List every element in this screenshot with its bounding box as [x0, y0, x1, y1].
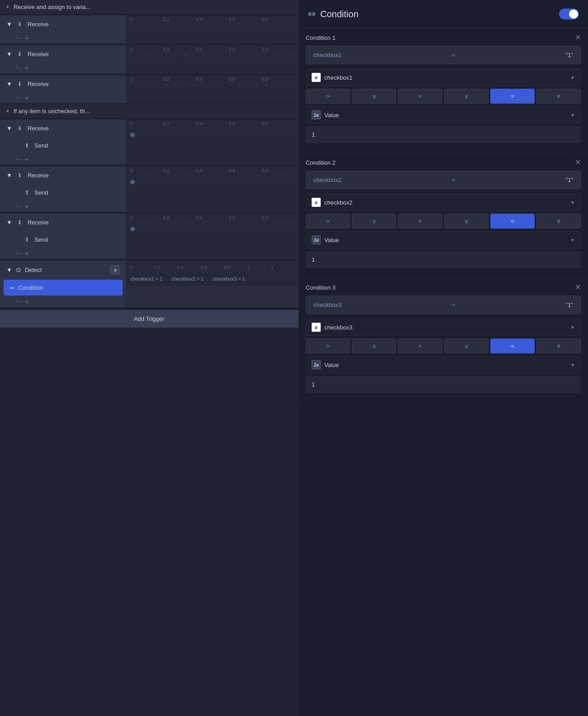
rs-chevron-3: ▼ [6, 219, 12, 226]
ruler-2: 0 0.2 0.4 0.6 0.8 [127, 45, 298, 53]
condition-3-op-gt[interactable]: > [306, 339, 350, 353]
condition-1-op-gt[interactable]: > [306, 89, 350, 104]
condition-3-operator-row: > ≥ < ≤ = ≠ [306, 339, 581, 353]
ruler-1: 0 0.2 0.4 0.6 0.8 [127, 15, 298, 24]
condition-2-value-dropdown[interactable]: 1a Value ▼ [306, 231, 581, 248]
condition-1-op-gte[interactable]: ≥ [352, 89, 396, 104]
condition-3-value-dropdown[interactable]: 1a Value ▼ [306, 356, 581, 373]
condition-3-op-lt[interactable]: < [398, 339, 442, 353]
receive-send-receive-1[interactable]: ▼ ⬇ Receive [0, 119, 126, 137]
receive-send-row-2: ▼ ⬇ Receive ⋮ ⬆ Send └─ + 0 0.2 0.4 0.6 … [0, 167, 298, 212]
detect-right: 0 0.2 0.4 0.6 0.8 1 1 checkbox1 = 1 chec… [127, 261, 298, 286]
rs-ruler-2: 0 0.2 0.4 0.6 0.8 [127, 167, 298, 175]
rs-send-label-2: Send [34, 189, 48, 196]
receive-chevron-3: ▼ [6, 81, 12, 87]
condition-2-op-gte[interactable]: ≥ [352, 214, 396, 229]
condition-1-op-lte[interactable]: ≤ [444, 89, 488, 104]
receive-right-3: 0 0.2 0.4 0.6 0.8 [127, 75, 298, 103]
condition-1-op-lt[interactable]: < [398, 89, 442, 104]
rs-timeline-3 [127, 224, 298, 234]
condition-3-var-preview: checkbox3 [313, 301, 341, 308]
rs-send-item-1[interactable]: ⋮ ⬆ Send [0, 137, 126, 154]
condition-1-op-neq[interactable]: ≠ [536, 89, 581, 104]
condition-2-value-chevron: ▼ [570, 238, 575, 243]
rs-ruler-1: 0 0.2 0.4 0.6 0.8 [127, 119, 298, 128]
receive-chevron-1: ▼ [6, 21, 12, 28]
receive-left-1: ▼ ⬇ Receive └─ + [0, 15, 127, 43]
receive-label-1: Receive [28, 21, 49, 28]
right-panel: ⇔ Condition Condition 1 ✕ checkbox1 = "1… [299, 0, 588, 716]
condition-1-close[interactable]: ✕ [575, 34, 581, 41]
condition-1-value-input[interactable]: 1 [306, 126, 581, 143]
condition-2-op-lte[interactable]: ≤ [444, 214, 488, 229]
condition-2-value-dropdown-left: 1a Value [312, 235, 339, 244]
condition-1-value-dropdown[interactable]: 1a Value ▼ [306, 106, 581, 124]
add-trigger-button[interactable]: Add Trigger [0, 310, 298, 328]
condition-1-operator-row: > ≥ < ≤ = ≠ [306, 89, 581, 104]
receive-icon-2: ⬇ [16, 50, 24, 58]
condition-2-op-eq[interactable]: = [490, 214, 535, 229]
condition-1-var-dropdown[interactable]: x checkbox1 ▼ [306, 69, 581, 86]
receive-item-2[interactable]: ▼ ⬇ Receive [0, 45, 126, 62]
rs-chevron-2: ▼ [6, 172, 12, 179]
receive-item-1[interactable]: ▼ ⬇ Receive [0, 15, 126, 33]
receive-plus-1[interactable]: + [25, 34, 28, 42]
condition-2-close[interactable]: ✕ [575, 159, 581, 166]
receive-send-receive-3[interactable]: ▼ ⬇ Receive [0, 214, 126, 231]
condition-2-op-gt[interactable]: > [306, 214, 350, 229]
rs-right-1: 0 0.2 0.4 0.6 0.8 [127, 119, 298, 165]
condition-3-op-lte[interactable]: ≤ [444, 339, 488, 353]
condition-3-var-dropdown[interactable]: x checkbox3 ▼ [306, 319, 581, 336]
receive-item-3[interactable]: ▼ ⬇ Receive [0, 75, 126, 92]
condition-3-value-chevron: ▼ [570, 363, 575, 368]
detect-header: ▼ ⊙ Detect x [0, 261, 126, 279]
detect-left: ▼ ⊙ Detect x ⇔ Condition └─ + [0, 261, 127, 307]
rs-plus-1[interactable]: + [25, 156, 28, 163]
condition-2-value-input[interactable]: 1 [306, 251, 581, 268]
condition-1-var-badge: x [312, 73, 321, 82]
condition-2-header: Condition 2 ✕ [306, 159, 581, 166]
detect-chevron: ▼ [6, 267, 12, 273]
condition-2-var-badge: x [312, 198, 321, 207]
rs-send-icon-2: ⬆ [23, 188, 31, 196]
condition-3-close[interactable]: ✕ [575, 284, 581, 291]
condition-1-var-preview: checkbox1 [313, 52, 341, 58]
condition-active-item[interactable]: ⇔ Condition [4, 280, 123, 296]
condition-active-label: Condition [18, 284, 43, 291]
rs-send-item-2[interactable]: ⋮ ⬆ Send [0, 184, 126, 201]
condition-1-var-dropdown-left: x checkbox1 [312, 73, 352, 82]
condition-3-value-input[interactable]: 1 [306, 376, 581, 393]
rs-plus-2[interactable]: + [25, 203, 28, 210]
condition-3-op-neq[interactable]: ≠ [536, 339, 581, 353]
detect-header-left: ▼ ⊙ Detect [6, 266, 42, 273]
condition-2-value-type: Value [324, 237, 339, 243]
rs-dot-2 [130, 180, 135, 184]
left-panel: ▼ Receive and assign to varia... ▼ ⬇ Rec… [0, 0, 299, 716]
ruler-ticks-2 [130, 53, 294, 56]
condition-2-op-lt[interactable]: < [398, 214, 442, 229]
detect-plus[interactable]: + [25, 298, 28, 305]
receive-icon-1: ⬇ [16, 20, 24, 28]
rs-plus-3[interactable]: + [25, 250, 28, 257]
rs-dot-3 [130, 227, 135, 231]
receive-plus-2[interactable]: + [25, 64, 28, 72]
section1-chevron: ▼ [5, 5, 10, 10]
condition-section-3: Condition 3 ✕ checkbox3 = "1" x checkbox… [299, 278, 588, 403]
receive-send-left-2: ▼ ⬇ Receive ⋮ ⬆ Send └─ + [0, 167, 127, 212]
condition-2-op-neq[interactable]: ≠ [536, 214, 581, 229]
toggle-switch[interactable] [559, 9, 579, 19]
detect-indent: └─ + [0, 296, 126, 307]
condition-1-op-eq[interactable]: = [490, 89, 535, 104]
condition-labels: checkbox1 = 1 checkbox2 = 1 checkbox3 = … [127, 274, 298, 283]
condition-1-value-dropdown-left: 1a Value [312, 110, 339, 119]
receive-plus-3[interactable]: + [25, 94, 28, 101]
condition-2-var-dropdown[interactable]: x checkbox2 ▼ [306, 194, 581, 211]
rs-send-item-3[interactable]: ⋮ ⬆ Send [0, 231, 126, 248]
rs-timeline-2 [127, 177, 298, 186]
detect-row: ▼ ⊙ Detect x ⇔ Condition └─ + 0 0.2 [0, 261, 298, 307]
receive-send-row-3: ▼ ⬇ Receive ⋮ ⬆ Send └─ + 0 0.2 0.4 0.6 … [0, 214, 298, 259]
receive-send-receive-2[interactable]: ▼ ⬇ Receive [0, 167, 126, 184]
condition-3-op-eq[interactable]: = [490, 339, 535, 353]
rs-indent-2: └─ + [0, 201, 126, 212]
condition-3-op-gte[interactable]: ≥ [352, 339, 396, 353]
